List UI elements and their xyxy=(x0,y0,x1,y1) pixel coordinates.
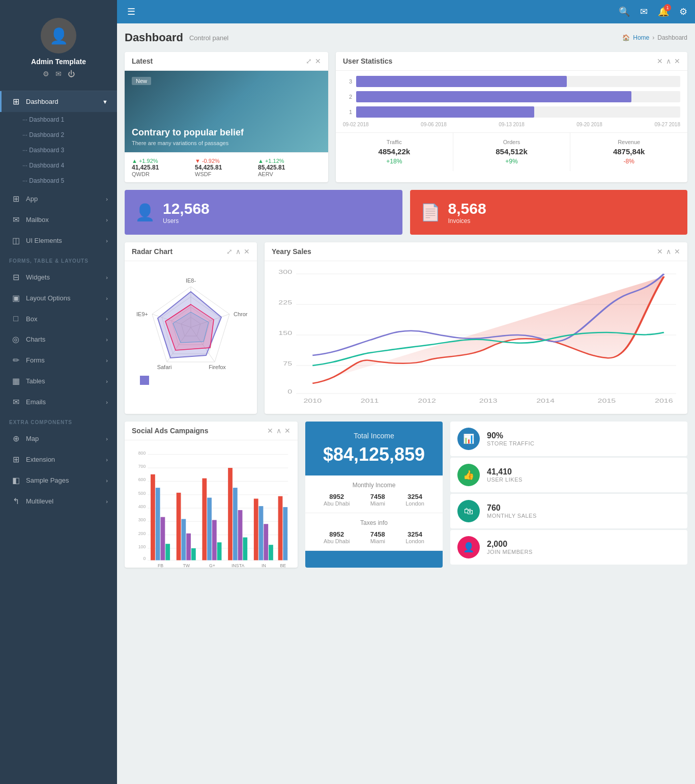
latest-stat-2: ▼ -0.92% 54,425.81 WSDF xyxy=(195,158,258,177)
svg-rect-54 xyxy=(156,488,160,560)
page-title-section: Dashboard Control panel xyxy=(125,31,228,44)
gear-icon[interactable]: ⚙ xyxy=(679,6,687,17)
sidebar-sub-dashboard4[interactable]: ··· Dashboard 4 xyxy=(0,158,117,173)
charts-icon: ◎ xyxy=(11,334,21,344)
svg-text:TW: TW xyxy=(183,563,190,568)
sidebar-item-layout[interactable]: ▣ Layout Options › xyxy=(0,288,117,309)
search-icon[interactable]: 🔍 xyxy=(619,6,630,17)
extension-icon: ⊞ xyxy=(11,455,21,464)
bar-row-3: 3 xyxy=(343,76,680,87)
horizontal-bar-chart: 3 2 1 xyxy=(343,76,680,118)
sidebar-item-widgets[interactable]: ⊟ Widgets › xyxy=(0,267,117,288)
expand-icon[interactable]: ⤢ xyxy=(306,57,312,65)
sidebar-item-forms[interactable]: ✏ Forms › xyxy=(0,350,117,371)
email-icon[interactable]: ✉ xyxy=(55,70,62,78)
up-icon3[interactable]: ∧ xyxy=(276,427,281,435)
sidebar-sub-dashboard3[interactable]: ··· Dashboard 3 xyxy=(0,143,117,158)
sidebar-item-charts[interactable]: ◎ Charts › xyxy=(0,329,117,350)
income-details: Monthly Income 8952 Abu Dhabi 7458 Miami xyxy=(305,475,443,551)
taxes-title: Taxes info xyxy=(313,519,435,526)
user-stats-title: User Statistics xyxy=(343,57,657,65)
svg-text:2015: 2015 xyxy=(598,398,616,404)
chevron-right-icon3: › xyxy=(106,238,108,244)
dashboard-label: Dashboard xyxy=(26,98,59,105)
svg-text:IN: IN xyxy=(262,563,266,568)
forms-icon: ✏ xyxy=(11,355,21,365)
breadcrumb-home[interactable]: Home xyxy=(633,34,649,41)
latest-stat-1: ▲ +1.92% 41,425.81 QWDR xyxy=(132,158,195,177)
income-cities-2: 8952 Abu Dhabi 7458 Miami 3254 London xyxy=(313,530,435,544)
resize-icon[interactable]: ⤢ xyxy=(226,247,233,256)
svg-text:2010: 2010 xyxy=(303,398,322,404)
yearly-title: Yeary Sales xyxy=(272,247,657,256)
power-icon[interactable]: ⏻ xyxy=(68,70,75,78)
svg-rect-66 xyxy=(217,542,222,560)
svg-text:600: 600 xyxy=(138,477,146,482)
metric-revenue: Revenue 4875,84k -8% xyxy=(570,133,687,171)
breadcrumb-current: Dashboard xyxy=(657,34,687,41)
up-icon[interactable]: ∧ xyxy=(236,247,241,256)
minimize-icon[interactable]: ✕ xyxy=(657,57,663,65)
latest-title: Latest xyxy=(132,57,306,65)
shopping-bag-icon: 🛍 xyxy=(457,500,480,522)
svg-text:0: 0 xyxy=(287,389,292,395)
social-ads-card: Social Ads Campaigns ✕ ∧ ✕ 800 700 600 5… xyxy=(125,422,298,568)
mailbox-icon: ✉ xyxy=(11,215,21,225)
close-icon4[interactable]: ✕ xyxy=(674,247,680,256)
svg-text:500: 500 xyxy=(138,491,146,496)
svg-rect-53 xyxy=(151,474,155,561)
sidebar-item-multilevel[interactable]: ↰ Multilevel › xyxy=(0,491,117,512)
notification-badge: 1 xyxy=(664,4,671,11)
radar-chart-wrap: IE8- Chror Firefox Safari IE9+ xyxy=(125,261,257,394)
sidebar-item-mailbox[interactable]: ✉ Mailbox › xyxy=(0,209,117,230)
kpi-users-label: Users xyxy=(163,217,210,225)
income-amount: $84,125,859 xyxy=(315,444,432,465)
sidebar-item-tables[interactable]: ▦ Tables › xyxy=(0,371,117,391)
chevron-right-icon: › xyxy=(106,196,108,202)
svg-text:2011: 2011 xyxy=(361,398,379,404)
user-stats-card: User Statistics ✕ ∧ ✕ 3 2 xyxy=(336,52,687,182)
sidebar-sub-dashboard5[interactable]: ··· Dashboard 5 xyxy=(0,173,117,188)
brand: 👤 Admin Template ⚙ ✉ ⏻ xyxy=(0,0,117,91)
sidebar-sub-dashboard2[interactable]: ··· Dashboard 2 xyxy=(0,127,117,143)
svg-rect-76 xyxy=(269,545,273,560)
map-icon: ⊕ xyxy=(11,434,21,443)
up-icon2[interactable]: ∧ xyxy=(666,247,671,256)
sidebar-item-emails[interactable]: ✉ Emails › xyxy=(0,391,117,412)
sidebar-item-extension[interactable]: ⊞ Extension › xyxy=(0,449,117,470)
expand-icon2[interactable]: ✕ xyxy=(657,247,663,256)
sidebar-item-app[interactable]: ⊞ App › xyxy=(0,188,117,209)
row-kpi: 👤 12,568 Users 📄 8,568 Invoices xyxy=(125,190,687,235)
close-icon5[interactable]: ✕ xyxy=(284,427,291,435)
multilevel-icon: ↰ xyxy=(11,496,21,506)
latest-card: Latest ⤢ ✕ New Contrary to popular belie… xyxy=(125,52,328,182)
sidebar-item-sample[interactable]: ◧ Sample Pages › xyxy=(0,470,117,491)
social-ads-title: Social Ads Campaigns xyxy=(132,427,267,435)
user-stats-controls: ✕ ∧ ✕ xyxy=(657,57,680,65)
sidebar-item-dashboard[interactable]: ⊞ Dashboard ▼ xyxy=(0,91,117,112)
social-ads-svg: 800 700 600 500 400 300 200 100 0 xyxy=(132,445,291,568)
bell-icon[interactable]: 🔔 1 xyxy=(658,6,669,17)
latest-card-header: Latest ⤢ ✕ xyxy=(125,52,328,71)
close-icon[interactable]: ✕ xyxy=(315,57,321,65)
stats-metrics: Traffic 4854,22k +18% Orders 854,512k +9… xyxy=(336,132,687,171)
bar-chart-icon: 📊 xyxy=(457,428,480,450)
expand-icon3[interactable]: ✕ xyxy=(267,427,273,435)
close-icon2[interactable]: ✕ xyxy=(674,57,680,65)
sidebar-sub-dashboard1[interactable]: ··· Dashboard 1 xyxy=(0,112,117,127)
section-title-forms: FORMS, TABLE & LAYOUTS xyxy=(0,251,117,267)
emails-icon: ✉ xyxy=(11,397,21,407)
collapse-icon[interactable]: ∧ xyxy=(666,57,671,65)
yearly-svg: 300 225 150 75 0 2010 2011 xyxy=(272,266,680,409)
mail-icon[interactable]: ✉ xyxy=(640,6,648,17)
sidebar-item-ui[interactable]: ◫ UI Elements › xyxy=(0,230,117,251)
sidebar-item-box[interactable]: □ Box › xyxy=(0,309,117,329)
settings-icon[interactable]: ⚙ xyxy=(43,70,49,78)
close-icon3[interactable]: ✕ xyxy=(244,247,250,256)
person-icon: 👤 xyxy=(457,536,480,558)
top-navbar: ☰ 🔍 ✉ 🔔 1 ⚙ xyxy=(117,0,695,23)
sidebar-item-map[interactable]: ⊕ Map › xyxy=(0,428,117,449)
svg-rect-56 xyxy=(165,544,170,560)
hamburger-button[interactable]: ☰ xyxy=(125,4,138,20)
chevron-right-icon4: › xyxy=(106,274,108,281)
